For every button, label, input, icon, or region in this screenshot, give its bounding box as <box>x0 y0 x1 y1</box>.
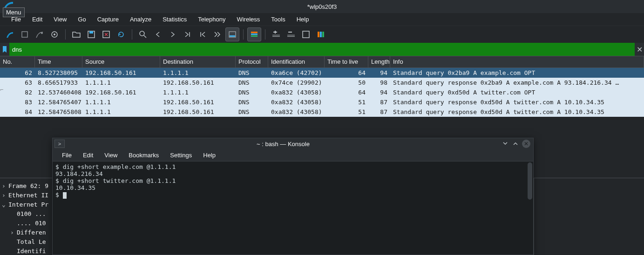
packet-details-tree[interactable]: ›Frame 62: 9›Ethernet II⌄Internet Pr0100… <box>0 178 52 255</box>
svg-rect-5 <box>89 31 93 34</box>
col-header-id[interactable]: Identification <box>268 56 325 67</box>
start-capture-button[interactable] <box>3 27 17 41</box>
tree-item[interactable]: ›Differen <box>2 228 50 237</box>
cell-len: 98 <box>368 79 390 86</box>
konsole-menu-edit[interactable]: Edit <box>77 150 99 160</box>
cell-no: 82 <box>0 89 35 96</box>
packet-row[interactable]: 8412.5847658081.1.1.1192.168.50.161DNS0x… <box>0 107 644 117</box>
cell-time: 12.537460408 <box>35 89 82 96</box>
window-titlebar: *wlp0s20f3 <box>0 0 644 13</box>
konsole-maximize-button[interactable] <box>512 140 519 148</box>
go-last-button[interactable] <box>210 27 224 41</box>
konsole-menu-bookmarks[interactable]: Bookmarks <box>123 150 164 160</box>
konsole-menu-view[interactable]: View <box>99 150 123 160</box>
svg-rect-9 <box>230 35 235 37</box>
cell-id: 0xa832 (43058) <box>268 89 325 96</box>
resize-columns-button[interactable] <box>314 27 328 41</box>
svg-rect-21 <box>318 32 319 37</box>
tree-item[interactable]: ⌄Internet Pr <box>2 200 50 209</box>
find-packet-button[interactable] <box>136 27 150 41</box>
svg-rect-20 <box>303 31 309 38</box>
col-header-ttl[interactable]: Time to live <box>325 56 368 67</box>
terminal-cursor <box>63 192 67 199</box>
cell-id: 0xa832 (43058) <box>268 108 325 115</box>
menu-edit[interactable]: Edit <box>27 14 48 25</box>
packet-row[interactable]: 8212.537460408192.168.50.1611.1.1.1DNS0x… <box>0 87 644 97</box>
col-header-info[interactable]: Info <box>390 56 644 67</box>
tree-item[interactable]: 0100 ... <box>2 209 50 218</box>
konsole-title: ~ : bash — Konsole <box>65 141 502 148</box>
packet-row[interactable]: 8312.5847654071.1.1.1192.168.50.161DNS0x… <box>0 97 644 107</box>
cell-len: 87 <box>368 99 390 106</box>
menu-analyze[interactable]: Analyze <box>124 14 157 25</box>
expand-icon[interactable]: › <box>10 229 17 236</box>
zoom-reset-button[interactable] <box>299 27 313 41</box>
packet-row[interactable]: 628.527238095192.168.50.1611.1.1.1DNS0xa… <box>0 68 644 78</box>
cell-info: Standard query response 0xd50d A twitter… <box>390 99 644 106</box>
save-file-button[interactable] <box>84 27 98 41</box>
cell-info: Standard query response 0x2ba9 A example… <box>390 79 644 86</box>
menu-wireless[interactable]: Wireless <box>231 14 265 25</box>
close-file-button[interactable] <box>99 27 113 41</box>
col-header-dst[interactable]: Destination <box>160 56 236 67</box>
reload-button[interactable] <box>114 27 128 41</box>
stop-capture-button[interactable] <box>18 27 32 41</box>
auto-scroll-button[interactable] <box>225 27 239 41</box>
expand-icon[interactable]: › <box>2 182 8 189</box>
tree-item[interactable]: Total Le <box>2 237 50 246</box>
display-filter-input[interactable] <box>9 43 635 56</box>
tree-item[interactable]: .... 010 <box>2 218 50 228</box>
menu-button[interactable]: Menu <box>3 7 25 17</box>
cell-src: 192.168.50.161 <box>82 89 160 96</box>
menu-telephony[interactable]: Telephony <box>192 14 231 25</box>
konsole-titlebar[interactable]: > ~ : bash — Konsole ✕ <box>53 138 533 149</box>
col-header-proto[interactable]: Protocol <box>236 56 268 67</box>
terminal-line: 10.10.34.35 <box>55 184 530 191</box>
filter-clear-button[interactable]: ✕ <box>635 43 644 56</box>
konsole-minimize-button[interactable] <box>502 140 509 148</box>
tree-item[interactable]: ›Ethernet II <box>2 190 50 200</box>
colorize-button[interactable] <box>247 27 261 41</box>
expand-icon[interactable]: ⌄ <box>2 201 8 208</box>
packet-row[interactable]: 638.6565179331.1.1.1192.168.50.161DNS0x7… <box>0 78 644 87</box>
go-first-button[interactable] <box>196 27 210 41</box>
cell-src: 1.1.1.1 <box>82 108 160 115</box>
col-header-no[interactable]: No. <box>0 56 35 67</box>
tree-label: Ethernet II <box>8 192 48 199</box>
col-header-time[interactable]: Time <box>35 56 82 67</box>
menu-help[interactable]: Help <box>291 14 315 25</box>
konsole-menu-help[interactable]: Help <box>197 150 221 160</box>
tree-item[interactable]: Identifi <box>2 246 50 255</box>
open-file-button[interactable] <box>69 27 83 41</box>
toolbar-separator <box>265 29 265 40</box>
menu-statistics[interactable]: Statistics <box>157 14 192 25</box>
konsole-menu-file[interactable]: File <box>56 150 77 160</box>
konsole-scrollbar[interactable] <box>528 162 532 200</box>
col-header-len[interactable]: Length <box>368 56 390 67</box>
menu-go[interactable]: Go <box>72 14 91 25</box>
cell-info: Standard query 0xd50d A twitter.com OPT <box>390 89 644 96</box>
go-back-button[interactable] <box>151 27 165 41</box>
go-forward-button[interactable] <box>166 27 180 41</box>
zoom-in-button[interactable] <box>269 27 283 41</box>
restart-capture-button[interactable] <box>33 27 47 41</box>
cell-len: 94 <box>368 69 390 76</box>
go-to-packet-button[interactable] <box>181 27 195 41</box>
menu-tools[interactable]: Tools <box>265 14 291 25</box>
bytes-pane[interactable] <box>534 178 644 255</box>
tree-item[interactable]: ›Frame 62: 9 <box>2 181 50 190</box>
packet-list[interactable]: 628.527238095192.168.50.1611.1.1.1DNS0xa… <box>0 68 644 117</box>
filter-bookmark-icon[interactable] <box>0 43 9 56</box>
konsole-menu-settings[interactable]: Settings <box>164 150 197 160</box>
menu-capture[interactable]: Capture <box>92 14 124 25</box>
konsole-close-button[interactable]: ✕ <box>522 140 530 148</box>
expand-icon[interactable]: › <box>2 192 8 199</box>
menu-view[interactable]: View <box>48 14 72 25</box>
zoom-out-button[interactable] <box>284 27 298 41</box>
cell-time: 8.656517933 <box>35 79 82 86</box>
terminal-line: $ <box>55 191 530 198</box>
capture-options-button[interactable] <box>47 27 61 41</box>
col-header-src[interactable]: Source <box>82 56 160 67</box>
svg-point-7 <box>140 31 144 36</box>
konsole-terminal[interactable]: $ dig +short example.com @1.1.1.193.184.… <box>53 161 533 255</box>
